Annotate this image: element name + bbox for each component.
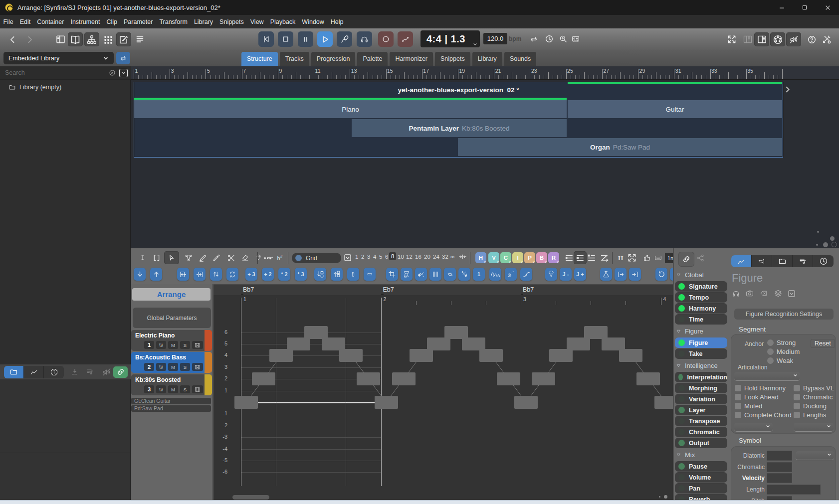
action-button-2[interactable]: ÷ 2 xyxy=(262,268,274,281)
record-button[interactable] xyxy=(378,31,394,47)
checkbox-muted[interactable] xyxy=(735,403,741,409)
expand-icon[interactable] xyxy=(627,251,637,264)
help-button[interactable] xyxy=(804,32,819,46)
segment-dropdown-left[interactable] xyxy=(734,423,773,432)
articulation-dropdown[interactable] xyxy=(734,372,800,381)
param-item-signature[interactable]: Signature xyxy=(675,281,727,292)
figure-note[interactable] xyxy=(234,396,258,409)
action-button-3[interactable]: * 3 xyxy=(295,268,307,281)
menu-item-instrument[interactable]: Instrument xyxy=(67,15,103,28)
line-chart-view-button[interactable] xyxy=(731,255,752,267)
folder-view-button[interactable] xyxy=(4,366,24,378)
tab-snippets[interactable]: Snippets xyxy=(435,52,470,66)
line-chart-view-button[interactable] xyxy=(24,366,44,378)
backspace-x-icon[interactable] xyxy=(759,289,769,298)
structure-block-guitar[interactable]: Guitar xyxy=(568,100,782,118)
figure-note[interactable] xyxy=(567,337,590,350)
ruler-v-action-button[interactable] xyxy=(347,268,359,281)
editor-ruler[interactable]: 1234 xyxy=(213,295,673,305)
clock-icon[interactable] xyxy=(544,33,555,44)
grid-value-1[interactable]: 1 xyxy=(355,254,358,260)
automation-button[interactable] xyxy=(398,31,413,47)
nav-back-button[interactable] xyxy=(7,34,18,45)
action-button-1[interactable]: 1 xyxy=(473,268,485,281)
container-block[interactable]: yet-another-blues-export-version_02 ° Pi… xyxy=(134,82,783,158)
figure-note[interactable] xyxy=(549,349,573,362)
headphones-icon[interactable] xyxy=(732,289,740,298)
param-item-output[interactable]: Output xyxy=(675,438,727,448)
figure-note[interactable] xyxy=(619,349,642,362)
pencil-tool[interactable] xyxy=(197,251,208,264)
grid-value-16[interactable]: 16 xyxy=(415,254,421,260)
param-quick-button-i[interactable]: I˅ xyxy=(512,252,523,263)
menu-item-window[interactable]: Window xyxy=(299,15,327,28)
speaker-muted-button[interactable] xyxy=(786,32,801,46)
grid-value-8[interactable]: 8 xyxy=(389,252,396,260)
figure-note[interactable] xyxy=(602,337,625,350)
grid-value-4[interactable]: 4 xyxy=(373,254,376,260)
figure-note[interactable] xyxy=(304,326,328,339)
guitar-action-button[interactable] xyxy=(505,268,517,281)
download-icon[interactable] xyxy=(71,368,79,376)
grid-value-6[interactable]: 6 xyxy=(385,254,388,260)
menu-item-library[interactable]: Library xyxy=(191,15,216,28)
param-group-figure[interactable]: Figure xyxy=(676,328,703,335)
play-button[interactable] xyxy=(317,31,333,47)
figure-editor[interactable]: Bb7Eb7Bb7 1234 654321-1-2-3-4-5-6 xyxy=(213,284,673,500)
mic-button[interactable] xyxy=(337,31,352,47)
flat-sharp-icon[interactable]: b# xyxy=(275,251,286,264)
chord-label-eb7[interactable]: Eb7 xyxy=(383,286,394,293)
figure-note[interactable] xyxy=(444,326,468,339)
pencil-double-tool[interactable] xyxy=(211,251,222,264)
book-button[interactable] xyxy=(68,32,83,46)
search-filter-button[interactable] xyxy=(119,69,128,77)
tab-library[interactable]: Library xyxy=(472,52,502,66)
chord-label-bb7[interactable]: Bb7 xyxy=(523,286,534,293)
checkbox-hold-harmony[interactable] xyxy=(735,385,741,391)
grid-value-⇥⇤[interactable] xyxy=(458,254,467,260)
nav-forward-button[interactable] xyxy=(24,34,35,45)
menu-item-help[interactable]: Help xyxy=(327,15,347,28)
figure-note[interactable] xyxy=(654,396,673,409)
symbol-field-chromatic[interactable] xyxy=(767,462,792,472)
figure-note[interactable] xyxy=(410,349,433,362)
time-signature-display[interactable]: 4:4 | 1.3 xyxy=(420,30,480,47)
param-item-harmony[interactable]: Harmony xyxy=(675,303,727,314)
swap-action-button[interactable] xyxy=(444,268,456,281)
scissors-tool[interactable] xyxy=(225,251,236,264)
param-item-figure[interactable]: Figure xyxy=(675,337,727,348)
expand-button[interactable] xyxy=(724,32,739,46)
anchor-radio-strong[interactable] xyxy=(767,339,774,346)
figure-note[interactable] xyxy=(497,372,520,385)
figure-note[interactable] xyxy=(269,349,293,362)
param-item-morphing[interactable]: Morphing xyxy=(675,383,727,393)
resize-grip[interactable] xyxy=(832,242,837,247)
track-solo-button[interactable]: S xyxy=(180,385,190,393)
param-quick-button-p[interactable]: P˅ xyxy=(524,252,535,263)
checkbox-ducking[interactable] xyxy=(794,403,800,409)
library-selector[interactable]: Embedded Library xyxy=(3,52,114,64)
checkbox-chevron-icon[interactable] xyxy=(788,289,796,298)
param-quick-button-h[interactable]: H˅ xyxy=(475,252,486,263)
menu-item-snippets[interactable]: Snippets xyxy=(216,15,247,28)
arrow-right-box-action-button[interactable] xyxy=(194,268,206,281)
share-nodes-icon[interactable] xyxy=(696,254,705,262)
dots-3-icon[interactable] xyxy=(262,251,273,264)
midi-din-button[interactable] xyxy=(770,32,785,46)
library-tree-item[interactable]: Library (empty) xyxy=(0,82,131,92)
param-item-pause[interactable]: Pause xyxy=(675,461,727,472)
track-mute-button[interactable]: M xyxy=(168,385,178,393)
tab-progression[interactable]: Progression xyxy=(311,52,356,66)
param-quick-button-b[interactable]: B˅ xyxy=(536,252,547,263)
speaker-muted-icon[interactable] xyxy=(101,367,112,377)
panel-right-button[interactable] xyxy=(754,32,769,46)
link-chain-icon[interactable] xyxy=(678,252,694,267)
camera-icon[interactable] xyxy=(745,289,754,298)
param-item-layer[interactable]: Layer xyxy=(675,405,727,415)
action-button-j[interactable]: J + xyxy=(574,268,586,281)
eraser-tool[interactable] xyxy=(239,251,250,264)
ibeam-tool[interactable] xyxy=(137,251,148,264)
chord-strip[interactable]: Bb7Eb7Bb7 xyxy=(213,284,673,295)
node-graph-tool[interactable] xyxy=(183,251,194,264)
menu-item-playback[interactable]: Playback xyxy=(267,15,299,28)
